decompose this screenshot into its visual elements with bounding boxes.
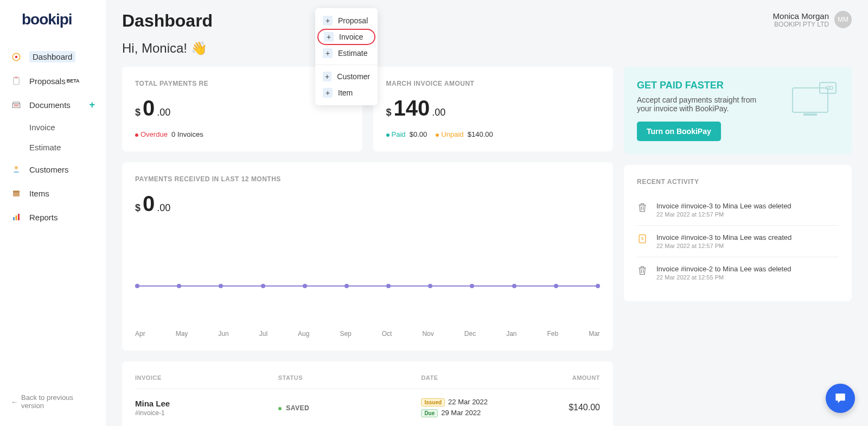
user-company: BOOKIPI PTY LTD — [773, 21, 829, 28]
sidebar-item-items[interactable]: Items — [0, 181, 106, 205]
avatar: MM — [834, 11, 852, 28]
activity-time: 22 Mar 2022 at 12:57 PM — [656, 211, 792, 218]
dropdown-item-estimate[interactable]: +Estimate — [315, 45, 378, 61]
activity-text: Invoice #invoice-2 to Mina Lee was delet… — [656, 265, 792, 273]
dropdown-item-proposal[interactable]: +Proposal — [315, 12, 378, 29]
chart-month-label: Jun — [218, 330, 228, 338]
chart-month-label: Dec — [464, 330, 476, 338]
table-header-amount: AMOUNT — [528, 374, 600, 381]
dot-icon — [436, 133, 439, 137]
dot-icon — [278, 407, 282, 410]
chart-point — [596, 284, 600, 288]
svg-point-5 — [15, 166, 18, 169]
card-label: RECENT ACTIVITY — [637, 178, 839, 186]
chart-point — [512, 284, 516, 288]
sidebar-item-customers[interactable]: Customers — [0, 157, 106, 181]
logo: bookipi — [0, 11, 106, 44]
amount-decimal: .00 — [157, 107, 170, 118]
chart-point — [177, 284, 181, 288]
create-dropdown: +Proposal +Invoice +Estimate +Customer +… — [315, 8, 378, 105]
currency-symbol: $ — [386, 107, 392, 118]
sidebar-item-label: Customers — [29, 165, 69, 174]
sidebar-item-label: Reports — [29, 213, 58, 222]
greeting: Hi, Monica! 👋 — [122, 41, 852, 56]
chart-point — [554, 284, 558, 288]
sidebar: bookipi Dashboard ProposalsBETA Document… — [0, 0, 106, 426]
svg-rect-12 — [803, 113, 817, 116]
sidebar-item-dashboard[interactable]: Dashboard — [0, 44, 106, 69]
dashboard-icon — [11, 52, 22, 62]
row-invoice-number: #invoice-1 — [135, 409, 278, 417]
chart-point — [135, 284, 139, 288]
dropdown-item-invoice[interactable]: +Invoice — [317, 29, 375, 45]
chat-icon — [833, 391, 847, 405]
monitor-icon — [790, 80, 839, 120]
sidebar-item-reports[interactable]: Reports — [0, 205, 106, 229]
plus-icon: + — [323, 72, 331, 81]
invoice-table-card: INVOICE STATUS DATE AMOUNT Mina Lee #inv… — [122, 361, 613, 426]
activity-item[interactable]: $Invoice #invoice-3 to Mina Lee was crea… — [637, 226, 839, 257]
table-row[interactable]: Mina Lee #invoice-1 SAVED Issued22 Mar 2… — [135, 389, 600, 426]
back-link[interactable]: ← Back to previous version — [0, 388, 106, 415]
chart-month-label: Apr — [135, 330, 145, 338]
dot-icon — [135, 133, 138, 137]
table-header-status: STATUS — [278, 374, 422, 381]
table-header-invoice: INVOICE — [135, 374, 278, 381]
trash-icon — [637, 202, 649, 214]
chart-point — [428, 284, 432, 288]
activity-time: 22 Mar 2022 at 12:57 PM — [656, 243, 792, 249]
issued-badge: Issued — [421, 398, 445, 406]
status-badge: SAVED — [286, 404, 309, 412]
svg-text:$: $ — [641, 237, 643, 240]
person-icon — [11, 164, 22, 175]
chart-point — [261, 284, 265, 288]
sidebar-item-proposals[interactable]: ProposalsBETA — [0, 69, 106, 93]
card-label: PAYMENTS RECEIVED IN LAST 12 MONTHS — [135, 175, 600, 183]
plus-icon[interactable]: + — [89, 99, 95, 111]
turn-on-bookipay-button[interactable]: Turn on BookiPay — [637, 122, 721, 141]
chart-point — [386, 284, 391, 288]
row-customer-name: Mina Lee — [135, 399, 278, 408]
chart-point — [219, 284, 223, 288]
svg-rect-9 — [16, 215, 17, 220]
chart-month-label: Sep — [340, 330, 351, 338]
chart-month-label: Oct — [382, 330, 392, 338]
svg-rect-11 — [793, 88, 828, 112]
svg-rect-10 — [18, 214, 20, 220]
chart-point — [344, 284, 349, 288]
card-label: MARCH INVOICE AMOUNT — [386, 80, 601, 87]
sidebar-sub-invoice[interactable]: Invoice — [0, 117, 106, 137]
main-content: Dashboard Monica Morgan BOOKIPI PTY LTD … — [106, 0, 868, 426]
table-header-date: DATE — [421, 374, 528, 381]
chart-month-label: May — [176, 330, 188, 338]
chart-icon — [11, 212, 22, 222]
promo-text: Accept card payments straight from your … — [637, 96, 762, 113]
activity-item[interactable]: Invoice #invoice-2 to Mina Lee was delet… — [637, 257, 839, 288]
amount-whole: 0 — [143, 192, 155, 216]
beta-badge: BETA — [67, 78, 80, 84]
sidebar-sub-estimate[interactable]: Estimate — [0, 137, 106, 157]
row-amount: $140.00 — [528, 403, 600, 412]
user-menu[interactable]: Monica Morgan BOOKIPI PTY LTD MM — [773, 11, 852, 28]
svg-rect-8 — [13, 217, 15, 220]
chart-month-label: Aug — [298, 330, 309, 338]
chart-point — [470, 284, 474, 288]
svg-rect-4 — [14, 104, 19, 106]
plus-icon: + — [323, 48, 333, 58]
plus-icon: + — [323, 16, 333, 26]
plus-icon: + — [323, 88, 333, 98]
currency-symbol: $ — [135, 202, 141, 214]
due-badge: Due — [421, 409, 438, 417]
amount-whole: 0 — [143, 96, 155, 120]
sidebar-item-documents[interactable]: Documents + — [0, 93, 106, 117]
activity-item[interactable]: Invoice #invoice-3 to Mina Lee was delet… — [637, 194, 839, 226]
sidebar-item-label: Proposals — [29, 77, 66, 86]
chat-fab[interactable] — [826, 384, 855, 413]
dropdown-item-customer[interactable]: +Customer — [315, 68, 378, 85]
currency-symbol: $ — [135, 107, 141, 118]
chart-month-label: Mar — [589, 330, 600, 338]
chart-month-label: Jul — [259, 330, 267, 338]
recent-activity-card: RECENT ACTIVITY Invoice #invoice-3 to Mi… — [624, 165, 852, 301]
dropdown-item-item[interactable]: +Item — [315, 85, 378, 101]
dot-icon — [386, 133, 390, 137]
